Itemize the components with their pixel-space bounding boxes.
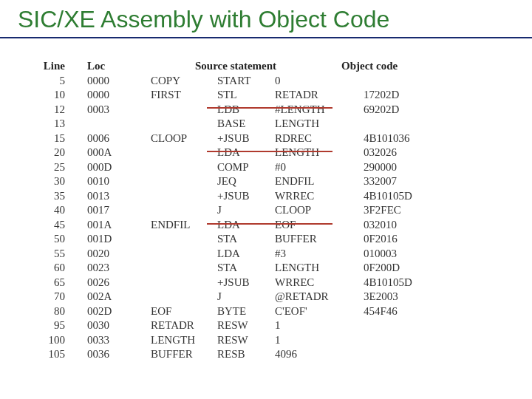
cell-line: 35 (27, 190, 87, 202)
cell-object: 69202D (364, 103, 452, 116)
cell-object: 4B10105D (364, 190, 452, 202)
cell-line: 80 (27, 305, 87, 318)
cell-opcode: J (217, 204, 275, 216)
cell-operand: 1 (275, 334, 364, 347)
cell-operand: #0 (275, 161, 364, 174)
cell-loc: 000D (87, 161, 151, 174)
table-row: 1000033LENGTHRESW1 (27, 333, 452, 348)
cell-operand: BUFFER (275, 233, 364, 245)
cell-loc: 0033 (87, 334, 151, 347)
cell-label: BUFFER (151, 348, 217, 361)
cell-line: 15 (27, 132, 87, 145)
cell-object: 4B101036 (364, 132, 452, 145)
cell-line: 105 (27, 348, 87, 361)
cell-loc: 000A (87, 146, 151, 159)
cell-loc: 0020 (87, 248, 151, 260)
cell-opcode: STL (217, 89, 275, 101)
cell-opcode: RESW (217, 319, 275, 332)
cell-opcode: RESW (217, 334, 275, 347)
cell-line: 95 (27, 319, 87, 332)
cell-line: 10 (27, 89, 87, 101)
emphasis-underline (207, 151, 332, 152)
col-header-line: Line (27, 60, 87, 72)
cell-object: 3F2FEC (364, 204, 452, 216)
table-row: 45001AENDFILLDAEOF032010 (27, 218, 452, 233)
cell-line: 50 (27, 233, 87, 245)
cell-operand: EOF (275, 219, 364, 231)
cell-label: FIRST (151, 89, 217, 101)
table-row: 20000ALDALENGTH032026 (27, 146, 452, 160)
cell-line: 70 (27, 290, 87, 303)
table-row: 80002DEOFBYTEC'EOF'454F46 (27, 304, 452, 319)
cell-operand: 1 (275, 319, 364, 332)
cell-operand: #3 (275, 248, 364, 260)
emphasis-underline (207, 223, 332, 225)
page-title: SIC/XE Assembly with Object Code (18, 6, 389, 33)
col-header-source-text: Source statement (195, 60, 341, 72)
cell-operand: CLOOP (275, 204, 364, 216)
cell-operand: #LENGTH (275, 103, 364, 116)
cell-loc: 0010 (87, 175, 151, 188)
table-row: 50000COPYSTART0 (27, 74, 452, 89)
cell-opcode: STA (217, 262, 275, 274)
cell-opcode: JEQ (217, 175, 275, 188)
cell-opcode: COMP (217, 161, 275, 174)
cell-line: 13 (27, 117, 87, 130)
cell-line: 20 (27, 146, 87, 159)
table-row: 50001DSTABUFFER0F2016 (27, 232, 452, 247)
table-row: 13BASELENGTH (27, 117, 452, 132)
cell-operand: 0 (275, 75, 364, 87)
cell-loc: 0023 (87, 262, 151, 274)
cell-loc: 0000 (87, 75, 151, 87)
cell-line: 25 (27, 161, 87, 174)
cell-loc: 002A (87, 290, 151, 303)
cell-object: 4B10105D (364, 276, 452, 289)
cell-opcode: LDA (217, 248, 275, 260)
cell-loc: 0003 (87, 103, 151, 116)
table-row: 1050036BUFFERRESB4096 (27, 347, 452, 362)
table-row: 25000DCOMP#0290000 (27, 160, 452, 175)
cell-object: 17202D (364, 89, 452, 101)
cell-opcode: RESB (217, 348, 275, 361)
table-row: 150006CLOOP+JSUBRDREC4B101036 (27, 132, 452, 146)
cell-object: 010003 (364, 248, 452, 260)
cell-operand: C'EOF' (275, 305, 364, 318)
cell-operand: WRREC (275, 276, 364, 289)
cell-line: 40 (27, 204, 87, 216)
table-row: 650026+JSUBWRREC4B10105D (27, 276, 452, 290)
cell-loc: 0000 (87, 89, 151, 101)
cell-loc: 001A (87, 219, 151, 231)
cell-operand: LENGTH (275, 262, 364, 274)
emphasis-underline (207, 107, 332, 109)
cell-operand: 4096 (275, 348, 364, 361)
title-underline (0, 37, 532, 38)
cell-loc: 0017 (87, 204, 151, 216)
cell-opcode: BASE (217, 117, 275, 130)
cell-opcode: START (217, 75, 275, 87)
cell-object: 454F46 (364, 305, 452, 318)
cell-opcode: LDA (217, 146, 275, 159)
cell-label: LENGTH (151, 334, 217, 347)
table-row: 120003LDB#LENGTH69202D (27, 103, 452, 117)
cell-operand: @RETADR (275, 290, 364, 303)
assembly-table: Line Loc Source statement Object code 50… (27, 59, 452, 362)
cell-loc: 0006 (87, 132, 151, 145)
cell-object: 032026 (364, 146, 452, 159)
cell-line: 60 (27, 262, 87, 274)
cell-object: 0F2016 (364, 233, 452, 245)
cell-operand: RETADR (275, 89, 364, 101)
table-row: 550020LDA#3010003 (27, 247, 452, 262)
cell-object: 332007 (364, 175, 452, 188)
cell-operand: RDREC (275, 132, 364, 145)
cell-operand: ENDFIL (275, 175, 364, 188)
cell-label: EOF (151, 305, 217, 318)
table-header-row: Line Loc Source statement Object code (27, 59, 452, 74)
table-row: 350013+JSUBWRREC4B10105D (27, 189, 452, 204)
cell-opcode: LDA (217, 219, 275, 231)
cell-loc: 001D (87, 233, 151, 245)
cell-loc: 002D (87, 305, 151, 318)
cell-line: 30 (27, 175, 87, 188)
table-row: 100000FIRSTSTLRETADR17202D (27, 88, 452, 103)
cell-loc: 0026 (87, 276, 151, 289)
cell-line: 12 (27, 103, 87, 116)
